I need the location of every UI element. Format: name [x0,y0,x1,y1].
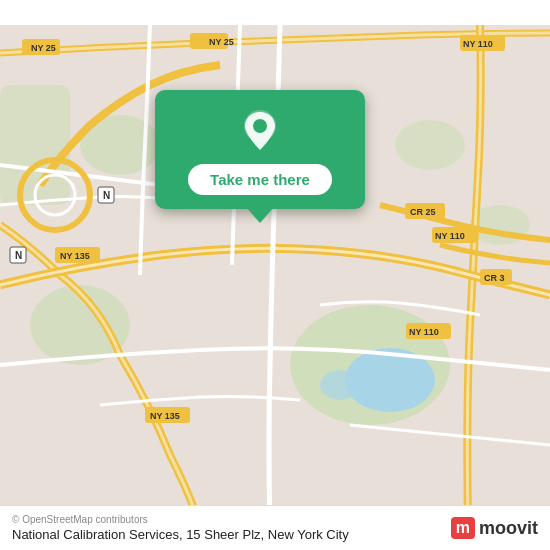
svg-text:CR 25: CR 25 [410,207,436,217]
moovit-wordmark: moovit [479,518,538,539]
map-background: NY 25 NY 25 NY 110 NY 110 NY 110 NY 135 … [0,0,550,550]
bottom-bar: © OpenStreetMap contributors National Ca… [0,505,550,550]
location-popup: Take me there [155,90,365,209]
svg-text:NY 110: NY 110 [435,231,465,241]
svg-text:NY 25: NY 25 [209,37,234,47]
take-me-there-button[interactable]: Take me there [188,164,332,195]
svg-text:NY 135: NY 135 [150,411,180,421]
svg-text:NY 25: NY 25 [31,43,56,53]
svg-text:NY 110: NY 110 [463,39,493,49]
svg-point-8 [320,370,360,400]
svg-text:NY 110: NY 110 [409,327,439,337]
moovit-m-badge: m [451,517,475,539]
svg-point-4 [395,120,465,170]
location-name: National Calibration Services, 15 Sheer … [12,527,451,542]
osm-credit-text: © OpenStreetMap contributors [12,514,148,525]
svg-text:NY 135: NY 135 [60,251,90,261]
map-container: NY 25 NY 25 NY 110 NY 110 NY 110 NY 135 … [0,0,550,550]
osm-credit: © OpenStreetMap contributors [12,514,451,525]
svg-text:N: N [103,190,110,201]
location-pin-icon [237,108,283,154]
svg-text:CR 3: CR 3 [484,273,505,283]
svg-rect-6 [0,85,70,205]
svg-point-36 [253,119,267,133]
bottom-info: © OpenStreetMap contributors National Ca… [12,514,451,542]
svg-text:N: N [15,250,22,261]
moovit-logo: m moovit [451,517,538,539]
